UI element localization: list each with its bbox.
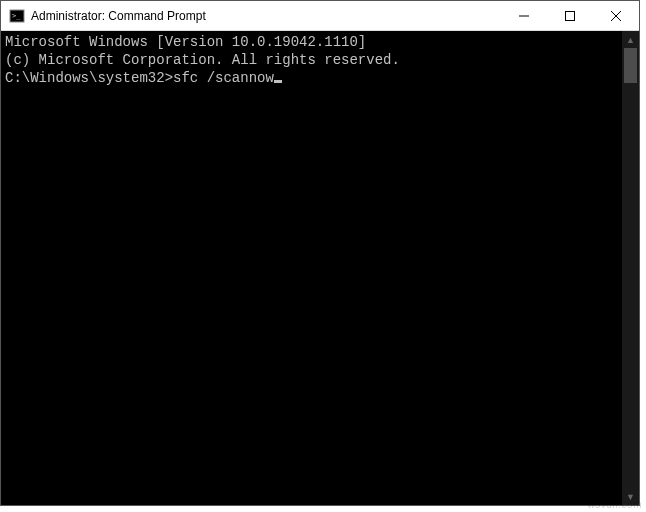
- command-prompt-window: >_ Administrator: Command Prompt Microso…: [0, 0, 640, 506]
- scroll-up-arrow-icon[interactable]: ▲: [622, 31, 639, 48]
- window-title: Administrator: Command Prompt: [31, 9, 206, 23]
- close-button[interactable]: [593, 1, 639, 31]
- cursor: [274, 80, 282, 83]
- cmd-icon: >_: [9, 8, 25, 24]
- terminal-area: Microsoft Windows [Version 10.0.19042.11…: [1, 31, 639, 505]
- titlebar[interactable]: >_ Administrator: Command Prompt: [1, 1, 639, 31]
- svg-text:>_: >_: [12, 12, 21, 20]
- typed-command: sfc /scannow: [173, 70, 274, 86]
- watermark-text: wsvdn.com: [587, 499, 642, 510]
- scroll-thumb[interactable]: [624, 48, 637, 83]
- svg-rect-3: [566, 12, 575, 21]
- output-line: Microsoft Windows [Version 10.0.19042.11…: [5, 33, 618, 51]
- prompt-path: C:\Windows\system32>: [5, 70, 173, 86]
- terminal-output[interactable]: Microsoft Windows [Version 10.0.19042.11…: [1, 31, 622, 505]
- maximize-button[interactable]: [547, 1, 593, 31]
- output-line: (c) Microsoft Corporation. All rights re…: [5, 51, 618, 69]
- window-controls: [501, 1, 639, 30]
- minimize-button[interactable]: [501, 1, 547, 31]
- vertical-scrollbar[interactable]: ▲ ▼: [622, 31, 639, 505]
- prompt-line: C:\Windows\system32>sfc /scannow: [5, 69, 618, 87]
